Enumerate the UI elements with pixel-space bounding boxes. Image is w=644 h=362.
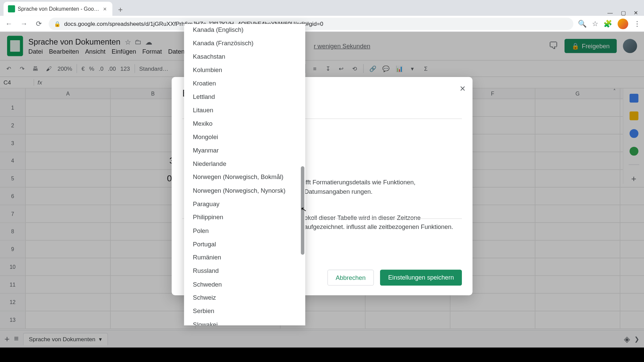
locale-option[interactable]: Kroatien bbox=[184, 76, 305, 90]
locale-option[interactable]: Litauen bbox=[184, 103, 305, 117]
locale-option[interactable]: Mexiko bbox=[184, 117, 305, 130]
locale-option[interactable]: Lettland bbox=[184, 90, 305, 103]
locale-option[interactable]: Norwegen (Norwegisch, Nynorsk) bbox=[184, 184, 305, 197]
new-tab-button[interactable]: + bbox=[114, 4, 126, 16]
locale-help-text: ifft Formatierungsdetails wie Funktionen… bbox=[304, 178, 462, 196]
locale-option[interactable]: Schweden bbox=[184, 278, 305, 291]
locale-option[interactable]: Kasachstan bbox=[184, 50, 305, 63]
locale-option[interactable]: Niederlande bbox=[184, 157, 305, 170]
url-bar[interactable]: 🔒 docs.google.com/spreadsheets/d/1jGRuXX… bbox=[49, 17, 573, 30]
tab-title: Sprache von Dokumenten - Goo… bbox=[18, 6, 99, 12]
sheets-favicon bbox=[8, 5, 15, 12]
timezone-help-text: okoll dieser Tabelle wird in dieser Zeit… bbox=[304, 213, 462, 232]
locale-option[interactable]: Slowakei bbox=[184, 318, 305, 325]
locale-option[interactable]: Kanada (Französisch) bbox=[184, 37, 305, 50]
bookmark-icon[interactable]: ☆ bbox=[592, 19, 598, 28]
cancel-button[interactable]: Abbrechen bbox=[327, 270, 374, 286]
close-tab-icon[interactable]: × bbox=[102, 6, 108, 12]
locale-option[interactable]: Kolumbien bbox=[184, 63, 305, 76]
close-window-icon[interactable]: ✕ bbox=[634, 10, 638, 16]
locale-option[interactable]: Serbien bbox=[184, 304, 305, 318]
locale-option[interactable]: Philippinen bbox=[184, 210, 305, 224]
locale-option[interactable]: Portugal bbox=[184, 237, 305, 251]
locale-option[interactable]: Paraguay bbox=[184, 197, 305, 210]
zoom-icon[interactable]: 🔍 bbox=[578, 19, 587, 28]
locale-option[interactable]: Polen bbox=[184, 224, 305, 237]
minimize-icon[interactable]: — bbox=[607, 10, 613, 16]
back-button[interactable]: ← bbox=[4, 18, 14, 29]
reload-button[interactable]: ⟳ bbox=[34, 18, 44, 29]
profile-avatar[interactable] bbox=[618, 18, 628, 29]
browser-tab[interactable]: Sprache von Dokumenten - Goo… × bbox=[4, 2, 113, 16]
locale-dropdown-menu[interactable]: Kanada (Englisch)Kanada (Französisch)Kas… bbox=[184, 24, 305, 325]
forward-button[interactable]: → bbox=[18, 18, 29, 29]
locale-option[interactable]: Norwegen (Norwegisch, Bokmål) bbox=[184, 170, 305, 184]
locale-option[interactable]: Kanada (Englisch) bbox=[184, 24, 305, 36]
locale-option[interactable]: Schweiz bbox=[184, 291, 305, 304]
dialog-close-button[interactable]: × bbox=[460, 83, 466, 95]
locale-option[interactable]: Mongolei bbox=[184, 130, 305, 143]
save-settings-button[interactable]: Einstellungen speichern bbox=[380, 270, 462, 286]
extensions-icon[interactable]: 🧩 bbox=[603, 19, 612, 28]
locale-option[interactable]: Rumänien bbox=[184, 251, 305, 264]
save-label: Einstellungen speichern bbox=[388, 274, 454, 281]
locale-option[interactable]: Myanmar bbox=[184, 143, 305, 157]
menu-icon[interactable]: ⋮ bbox=[634, 19, 641, 28]
maximize-icon[interactable]: ▢ bbox=[621, 10, 626, 16]
lock-icon: 🔒 bbox=[54, 20, 61, 26]
locale-option[interactable]: Russland bbox=[184, 264, 305, 278]
cancel-label: Abbrechen bbox=[336, 274, 366, 281]
